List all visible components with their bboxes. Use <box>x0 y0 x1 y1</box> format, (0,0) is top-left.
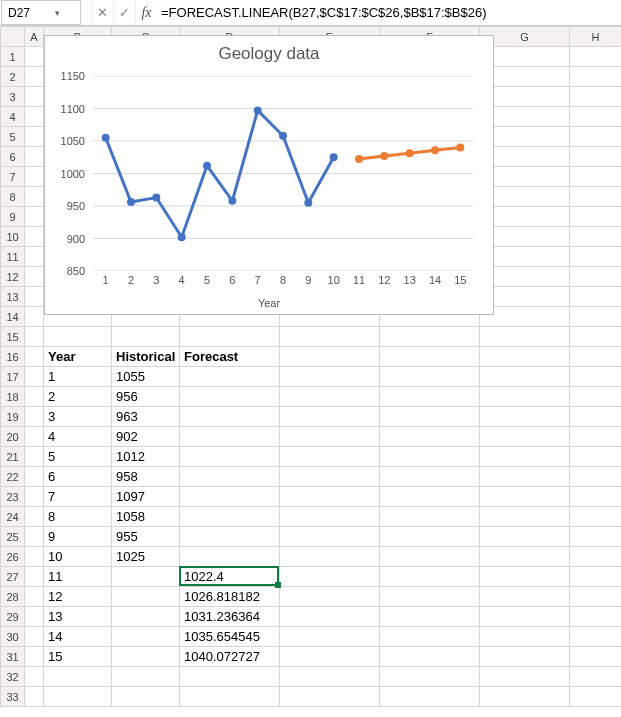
cell[interactable] <box>25 207 44 227</box>
cell[interactable]: 1035.654545 <box>180 627 280 647</box>
row-header[interactable]: 24 <box>1 507 25 527</box>
cell[interactable] <box>570 187 622 207</box>
cell[interactable] <box>380 687 480 707</box>
cell[interactable]: 7 <box>44 487 112 507</box>
cell[interactable] <box>280 447 380 467</box>
cell[interactable] <box>280 487 380 507</box>
cell[interactable]: 3 <box>44 407 112 427</box>
cell[interactable] <box>280 427 380 447</box>
cell[interactable]: 1022.4 <box>180 567 280 587</box>
cell[interactable] <box>480 347 570 367</box>
cell[interactable] <box>570 87 622 107</box>
cell[interactable] <box>25 527 44 547</box>
row-header[interactable]: 23 <box>1 487 25 507</box>
cell[interactable] <box>570 127 622 147</box>
cell[interactable] <box>380 367 480 387</box>
cell[interactable] <box>25 247 44 267</box>
worksheet[interactable]: A B C D E F G H 12345678910111213141516Y… <box>0 26 621 707</box>
cell[interactable] <box>25 287 44 307</box>
name-box-dropdown-icon[interactable]: ▾ <box>41 8 74 18</box>
cell[interactable] <box>25 227 44 247</box>
cell[interactable] <box>570 507 622 527</box>
cell[interactable] <box>180 467 280 487</box>
cell[interactable] <box>570 267 622 287</box>
cell[interactable] <box>280 467 380 487</box>
cell[interactable] <box>280 367 380 387</box>
cell[interactable] <box>280 527 380 547</box>
cell[interactable] <box>380 447 480 467</box>
cell[interactable] <box>570 147 622 167</box>
cell[interactable] <box>25 627 44 647</box>
row-header[interactable]: 8 <box>1 187 25 207</box>
cell[interactable] <box>280 327 380 347</box>
cell[interactable] <box>570 47 622 67</box>
row-header[interactable]: 18 <box>1 387 25 407</box>
cell[interactable]: 1097 <box>112 487 180 507</box>
cell[interactable]: 1058 <box>112 507 180 527</box>
row-header[interactable]: 31 <box>1 647 25 667</box>
cell[interactable] <box>25 507 44 527</box>
cell[interactable]: 1026.818182 <box>180 587 280 607</box>
cell[interactable] <box>25 187 44 207</box>
cell[interactable] <box>480 667 570 687</box>
cell[interactable] <box>570 407 622 427</box>
cell[interactable] <box>480 647 570 667</box>
cell[interactable] <box>25 427 44 447</box>
cell[interactable] <box>480 687 570 707</box>
cell[interactable] <box>570 547 622 567</box>
cell[interactable] <box>280 607 380 627</box>
cell[interactable] <box>570 607 622 627</box>
row-header[interactable]: 30 <box>1 627 25 647</box>
row-header[interactable]: 22 <box>1 467 25 487</box>
cell[interactable] <box>380 607 480 627</box>
cell[interactable] <box>25 147 44 167</box>
cell[interactable] <box>180 407 280 427</box>
row-header[interactable]: 5 <box>1 127 25 147</box>
cell[interactable] <box>112 687 180 707</box>
row-header[interactable]: 14 <box>1 307 25 327</box>
cell[interactable] <box>380 467 480 487</box>
cell[interactable] <box>480 327 570 347</box>
col-header-A[interactable]: A <box>25 27 44 47</box>
cell[interactable] <box>380 407 480 427</box>
cell[interactable]: 1055 <box>112 367 180 387</box>
cell[interactable] <box>180 687 280 707</box>
col-header-H[interactable]: H <box>570 27 622 47</box>
cell[interactable] <box>25 407 44 427</box>
cell[interactable] <box>280 567 380 587</box>
cell[interactable] <box>25 267 44 287</box>
cell[interactable] <box>480 587 570 607</box>
cell[interactable] <box>570 247 622 267</box>
cell[interactable] <box>570 287 622 307</box>
cell[interactable] <box>112 627 180 647</box>
cell[interactable] <box>570 627 622 647</box>
cell[interactable] <box>25 587 44 607</box>
cell[interactable] <box>112 647 180 667</box>
cell[interactable] <box>570 427 622 447</box>
cell[interactable] <box>280 507 380 527</box>
cell[interactable] <box>25 307 44 327</box>
cell[interactable] <box>570 527 622 547</box>
row-header[interactable]: 7 <box>1 167 25 187</box>
cell[interactable] <box>570 167 622 187</box>
cell[interactable] <box>25 47 44 67</box>
cell[interactable]: 12 <box>44 587 112 607</box>
cell[interactable] <box>280 347 380 367</box>
row-header[interactable]: 27 <box>1 567 25 587</box>
cell[interactable] <box>380 587 480 607</box>
cell[interactable] <box>570 447 622 467</box>
row-header[interactable]: 3 <box>1 87 25 107</box>
cell[interactable]: Forecast <box>180 347 280 367</box>
cell[interactable] <box>25 167 44 187</box>
cell[interactable] <box>180 427 280 447</box>
row-header[interactable]: 25 <box>1 527 25 547</box>
cell[interactable]: 963 <box>112 407 180 427</box>
row-header[interactable]: 1 <box>1 47 25 67</box>
cell[interactable] <box>112 607 180 627</box>
cell[interactable] <box>280 387 380 407</box>
cell[interactable] <box>480 487 570 507</box>
cell[interactable] <box>570 667 622 687</box>
row-header[interactable]: 6 <box>1 147 25 167</box>
cell[interactable] <box>480 627 570 647</box>
cell[interactable]: 902 <box>112 427 180 447</box>
